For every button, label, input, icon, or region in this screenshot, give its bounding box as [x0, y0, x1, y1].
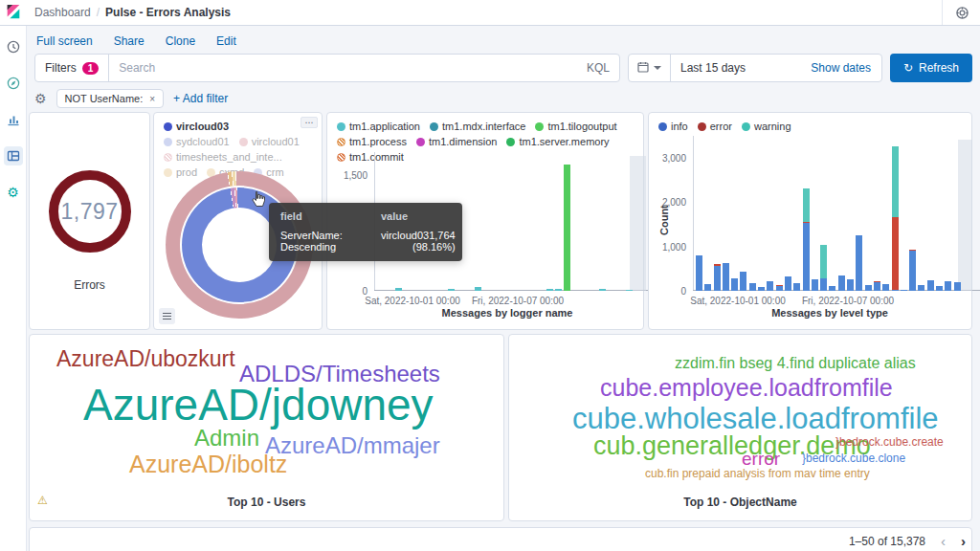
next-page-icon[interactable]: › [961, 533, 966, 549]
bar[interactable] [865, 285, 872, 292]
legend-item[interactable]: tm1.server.memory [506, 136, 609, 147]
tag-cloud-word[interactable]: cube.wholesale.loadfromfile [572, 404, 939, 433]
legend-item[interactable]: warning [742, 121, 791, 132]
left-sidebar: ⚙ [0, 26, 27, 551]
recent-clock-icon[interactable] [4, 37, 23, 56]
bar[interactable] [599, 289, 606, 291]
search-input[interactable]: Search [109, 61, 587, 75]
show-dates-button[interactable]: Show dates [811, 61, 881, 75]
bar[interactable] [936, 286, 943, 291]
bar[interactable] [847, 279, 854, 291]
edit-button[interactable]: Edit [216, 34, 236, 48]
bar[interactable] [901, 290, 907, 291]
bar[interactable] [714, 264, 721, 291]
filter-pill[interactable]: NOT UserName: × [56, 89, 165, 108]
tag-cloud-word[interactable]: error [742, 450, 780, 468]
clone-button[interactable]: Clone [166, 34, 195, 48]
kql-button[interactable]: KQL [587, 61, 619, 75]
bar[interactable] [909, 250, 916, 291]
add-filter-button[interactable]: + Add filter [173, 92, 228, 105]
y-tick-label: 2,000 [662, 197, 686, 208]
level-chart-plot[interactable]: 01,0002,0003,000Sat, 2022-10-01 00:00Fri… [693, 140, 968, 291]
bar[interactable] [555, 289, 562, 291]
legend-item[interactable]: vircloud01 [239, 136, 300, 147]
x-tick-label: Sat, 2022-10-01 00:00 [690, 296, 786, 306]
full-screen-button[interactable]: Full screen [36, 34, 93, 48]
bar[interactable] [874, 281, 880, 291]
tag-cloud-word[interactable]: }bedrock.cube.clone [802, 452, 905, 464]
panel-options-icon[interactable]: ⋯ [301, 117, 318, 128]
bar[interactable] [927, 280, 934, 291]
tag-cloud-word[interactable]: zzdim.fin bseg 4.find duplicate alias [675, 356, 916, 371]
bar[interactable] [812, 279, 818, 291]
legend-item[interactable]: error [698, 121, 732, 132]
chart-title-level: Messages by level type [771, 307, 888, 319]
bar[interactable] [838, 276, 845, 291]
legend-item[interactable]: tm1.application [337, 121, 420, 132]
bar[interactable] [740, 272, 746, 291]
bar[interactable] [546, 289, 553, 291]
time-range-value[interactable]: Last 15 days [671, 61, 746, 75]
bar[interactable] [776, 285, 783, 291]
legend-item[interactable]: vircloud03 [164, 121, 229, 132]
bar[interactable] [704, 284, 711, 291]
legend-item[interactable]: info [658, 121, 688, 132]
dashboard-icon[interactable] [4, 146, 23, 165]
previous-page-icon[interactable]: ‹ [941, 533, 946, 549]
refresh-button[interactable]: ↻ Refresh [890, 54, 972, 82]
bar-segment-tm1.tilogoutput [564, 165, 570, 291]
bar[interactable] [856, 235, 862, 291]
filters-dropdown-button[interactable]: Filters 1 [35, 55, 109, 81]
bar[interactable] [723, 263, 729, 291]
discover-compass-icon[interactable] [4, 74, 23, 93]
bar[interactable] [918, 285, 924, 291]
help-icon[interactable] [956, 7, 969, 19]
bar[interactable] [793, 283, 800, 291]
bar-segment-info [901, 290, 907, 291]
breadcrumb-dashboard[interactable]: Dashboard [34, 6, 91, 19]
tag-cloud-word[interactable]: AzureAD/jdowney [83, 383, 434, 427]
legend-item[interactable]: tm1.tilogoutput [535, 121, 616, 132]
tooltip-field-header: field [280, 210, 381, 222]
bar[interactable] [829, 286, 835, 291]
bar[interactable] [448, 289, 455, 291]
bar-segment-info [758, 287, 765, 291]
visualize-chart-icon[interactable] [4, 110, 23, 129]
settings-gear-icon[interactable]: ⚙ [4, 183, 23, 202]
bar[interactable] [626, 290, 633, 291]
bar[interactable] [803, 188, 810, 291]
bar[interactable] [882, 284, 889, 291]
bar[interactable] [564, 165, 570, 291]
tag-cloud-word[interactable]: Admin [194, 427, 259, 450]
legend-dot-icon [658, 122, 667, 131]
legend-item[interactable]: tm1.process [337, 136, 407, 147]
bar[interactable] [395, 288, 402, 291]
bar[interactable] [731, 278, 738, 291]
bar[interactable] [954, 282, 961, 291]
filter-options-gear-icon[interactable]: ⚙ [34, 91, 47, 106]
legend-item[interactable]: timesheets_and_inte... [164, 151, 282, 163]
tag-cloud-word[interactable]: }bedrock.cube.create [835, 436, 944, 448]
bar[interactable] [758, 287, 765, 291]
remove-filter-icon[interactable]: × [149, 94, 155, 104]
bar[interactable] [785, 276, 791, 291]
tag-cloud-word[interactable]: cub.fin prepaid analysis from mav time e… [645, 468, 870, 479]
legend-item[interactable]: tm1.mdx.interface [430, 121, 525, 132]
legend-toggle-button[interactable] [159, 308, 175, 324]
tag-cloud-word[interactable]: cube.employee.loadfromfile [600, 376, 893, 400]
bar[interactable] [892, 146, 899, 291]
kibana-logo-icon[interactable] [0, 4, 27, 21]
legend-item[interactable]: tm1.dimension [416, 136, 498, 147]
bar[interactable] [820, 245, 827, 291]
tag-cloud-word[interactable]: AzureAD/iboltz [129, 452, 287, 476]
tag-cloud-word[interactable]: AzureAD/mmajer [265, 434, 440, 457]
tag-cloud-word[interactable]: AzureAD/ubozkurt [56, 348, 235, 370]
share-button[interactable]: Share [114, 34, 145, 48]
bar[interactable] [945, 281, 951, 291]
bar[interactable] [749, 283, 756, 291]
bar[interactable] [767, 281, 773, 291]
calendar-dropdown-button[interactable] [629, 55, 671, 81]
bar[interactable] [475, 287, 481, 291]
bar[interactable] [696, 255, 702, 291]
legend-item[interactable]: sydcloud01 [164, 136, 230, 147]
